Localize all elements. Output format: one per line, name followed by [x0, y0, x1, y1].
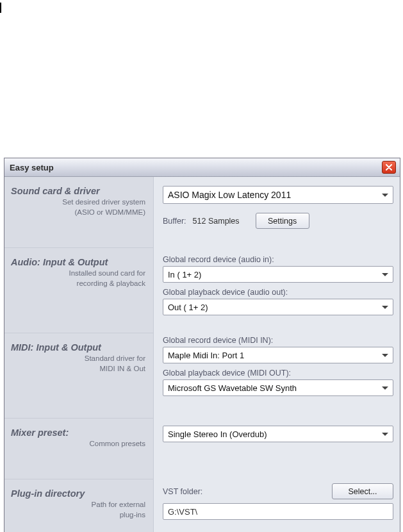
audio-settings-block: Global record device (audio in): In ( 1+… — [163, 245, 393, 327]
section-title: Plug-in directory — [11, 488, 145, 499]
midi-out-value: Microsoft GS Wavetable SW Synth — [168, 383, 297, 393]
sound-settings-block: ASIO Magix Low Latency 2011 Buffer: 512 … — [163, 177, 393, 245]
buffer-value: 512 Samples — [193, 217, 249, 226]
section-subtitle: Installed sound card forrecording & play… — [11, 269, 145, 288]
midi-settings-block: Global record device (MIDI IN): Maple Mi… — [163, 327, 393, 408]
settings-button[interactable]: Settings — [256, 213, 309, 229]
mixer-preset-value: Single Stereo In (Overdub) — [168, 429, 267, 439]
mixer-settings-block: Single Stereo In (Overdub) — [163, 408, 393, 476]
audio-in-combo[interactable]: In ( 1+ 2) — [163, 266, 393, 283]
left-column: Sound card & driver Set desired driver s… — [4, 177, 154, 532]
buffer-label: Buffer: — [163, 217, 186, 226]
audio-out-label: Global playback device (audio out): — [163, 288, 393, 297]
vst-path-value: G:\VST\ — [168, 507, 197, 517]
close-button[interactable] — [382, 161, 396, 174]
section-subtitle: Set desired driver system(ASIO or WDM/MM… — [11, 197, 145, 217]
section-mixer: Mixer preset: Common presets — [4, 419, 153, 479]
section-sound: Sound card & driver Set desired driver s… — [4, 177, 153, 248]
section-subtitle: Standard driver forMIDI IN & Out — [11, 354, 145, 374]
section-subtitle: Common presets — [11, 439, 145, 449]
midi-in-combo[interactable]: Maple Midi In: Port 1 — [163, 347, 393, 363]
select-folder-button[interactable]: Select... — [332, 483, 393, 499]
section-title: Sound card & driver — [11, 186, 145, 196]
easy-setup-dialog: Easy setup Sound card & driver Set desir… — [4, 158, 400, 532]
section-title: Mixer preset: — [11, 428, 145, 438]
close-icon — [386, 164, 392, 170]
section-title: Audio: Input & Output — [11, 257, 145, 267]
plugin-settings-block: VST folder: Select... G:\VST\ — [163, 476, 393, 520]
section-midi: MIDI: Input & Output Standard driver for… — [4, 333, 153, 419]
midi-out-label: Global playback device (MIDI OUT): — [163, 369, 393, 378]
cursor-marker — [0, 3, 1, 13]
section-audio: Audio: Input & Output Installed sound ca… — [4, 248, 153, 333]
window-title: Easy setup — [10, 163, 54, 172]
section-subtitle: Path for externalplug-ins — [11, 500, 145, 520]
midi-in-label: Global record device (MIDI IN): — [163, 336, 393, 345]
mixer-preset-combo[interactable]: Single Stereo In (Overdub) — [163, 426, 393, 442]
driver-combo[interactable]: ASIO Magix Low Latency 2011 — [163, 186, 393, 204]
midi-out-combo[interactable]: Microsoft GS Wavetable SW Synth — [163, 379, 393, 396]
vst-folder-label: VST folder: — [163, 487, 202, 496]
titlebar[interactable]: Easy setup — [4, 158, 400, 177]
audio-out-combo[interactable]: Out ( 1+ 2) — [163, 299, 393, 315]
audio-out-value: Out ( 1+ 2) — [168, 303, 208, 312]
audio-in-label: Global record device (audio in): — [163, 255, 393, 264]
section-title: MIDI: Input & Output — [11, 342, 145, 353]
section-plugin: Plug-in directory Path for externalplug-… — [4, 479, 153, 532]
midi-in-value: Maple Midi In: Port 1 — [168, 351, 244, 360]
right-column: ASIO Magix Low Latency 2011 Buffer: 512 … — [154, 177, 400, 532]
vst-path-input[interactable]: G:\VST\ — [163, 503, 393, 520]
audio-in-value: In ( 1+ 2) — [168, 270, 201, 279]
driver-value: ASIO Magix Low Latency 2011 — [168, 190, 291, 200]
